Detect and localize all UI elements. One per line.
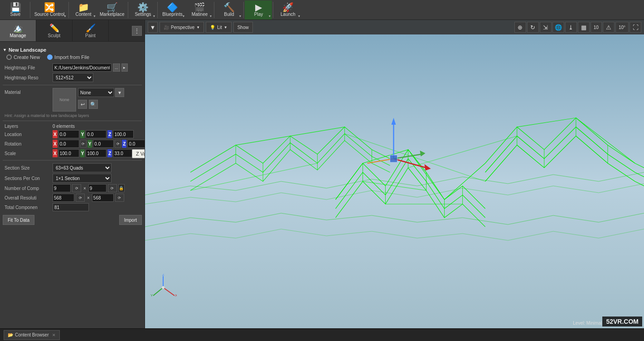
rotation-x-input[interactable] <box>58 140 79 148</box>
sections-per-comp-select[interactable]: 1×1 Section <box>53 174 111 183</box>
sculpt-tab[interactable]: ✏️ Sculpt <box>36 20 73 41</box>
num-comp-x-spin[interactable]: ⟳ <box>72 184 81 192</box>
fit-to-data-button[interactable]: Fit To Data <box>3 215 34 225</box>
play-button[interactable]: ▶ Play ▼ <box>245 0 272 19</box>
rotation-y-spin[interactable]: ⟳ <box>115 140 121 148</box>
total-comp-row: Total Componen <box>3 203 142 211</box>
z-label: Z <box>107 149 112 157</box>
build-button[interactable]: 🔨 Build ▼ <box>215 0 242 19</box>
main-layout: 🏔️ Manage ✏️ Sculpt 🖌️ Paint ⋮ ▼ New Lan… <box>0 20 644 328</box>
num-components-value: ⟳ × ⟳ 🔒 <box>53 184 142 192</box>
hint-text: Hint: Assign a material to see landscape… <box>5 113 142 118</box>
viewport-dropdown-button[interactable]: ▼ <box>148 22 158 33</box>
layers-row: Layers 0 elements <box>3 124 142 129</box>
matinee-icon: 🎬 <box>194 3 205 12</box>
settings-button[interactable]: ⚙️ Settings ▼ <box>129 0 156 19</box>
rotation-y-input[interactable] <box>93 140 114 148</box>
x-label: X <box>53 140 58 148</box>
separator <box>68 2 69 18</box>
location-x-input[interactable] <box>58 130 79 138</box>
x-label: X <box>53 130 58 138</box>
save-button[interactable]: 💾 Save <box>2 0 29 19</box>
import-button[interactable]: Import <box>119 215 142 225</box>
separator <box>214 2 214 18</box>
matinee-button[interactable]: 🎬 Matinee ▼ <box>186 0 213 19</box>
material-controls: None ▼ ↩ 🔍 <box>78 88 124 109</box>
close-icon[interactable]: ✕ <box>52 333 56 337</box>
material-dropdown-arrow[interactable]: ▼ <box>115 88 124 97</box>
perspective-button[interactable]: 🎥 Perspective ▼ <box>160 22 204 33</box>
separator <box>273 2 273 18</box>
rotate-icon-button[interactable]: ↻ <box>527 22 539 33</box>
overall-res-y-spin[interactable]: ⟳ <box>115 194 124 202</box>
num-comp-y-spin[interactable]: ⟳ <box>108 184 117 192</box>
rotation-z-input[interactable] <box>127 140 145 148</box>
manage-tab[interactable]: 🏔️ Manage <box>0 20 36 41</box>
scale-y-input[interactable] <box>86 149 107 157</box>
separator <box>157 2 158 18</box>
location-y-input[interactable] <box>86 130 107 138</box>
location-z-input[interactable] <box>113 130 134 138</box>
paint-tab[interactable]: 🖌️ Paint <box>73 20 109 41</box>
paint-icon: 🖌️ <box>86 23 96 33</box>
overall-res-y-input[interactable] <box>92 194 114 202</box>
overall-res-x-input[interactable] <box>53 194 74 202</box>
heightmap-res-row: Heightmap Reso 512×512 <box>3 73 142 82</box>
import-from-file-radio[interactable]: Import from File <box>47 54 89 60</box>
collapse-arrow[interactable]: ▼ <box>3 48 7 52</box>
launch-button[interactable]: 🚀 Launch ▼ <box>274 0 301 19</box>
location-row: Location X Y Z <box>3 130 142 138</box>
viewport[interactable]: ▼ 🎥 Perspective ▼ 💡 Lit ▼ Show ⊕ ↻ ⇲ 🌐 ⤓ <box>145 20 644 328</box>
section-size-row: Section Size 63×63 Quads <box>3 163 142 172</box>
material-reset-button[interactable]: ↩ <box>78 100 87 109</box>
num-comp-x-input[interactable] <box>53 184 71 192</box>
material-search-button[interactable]: 🔍 <box>89 100 98 109</box>
landscape-svg <box>145 34 644 328</box>
section-size-select[interactable]: 63×63 Quads <box>53 163 111 172</box>
svg-rect-37 <box>390 155 397 162</box>
transform-icon-button[interactable]: ⊕ <box>514 22 526 33</box>
num-comp-lock[interactable]: 🔒 <box>118 184 125 192</box>
svg-line-42 <box>153 287 163 296</box>
overall-res-row: Overall Resoluti ⟳ × ⟳ <box>3 194 142 202</box>
sections-per-comp-row: Sections Per Con 1×1 Section <box>3 174 142 183</box>
world-icon-button[interactable]: 🌐 <box>552 22 564 33</box>
lit-button[interactable]: 💡 Lit ▼ <box>206 22 231 33</box>
fit-import-row: Fit To Data Import <box>3 215 142 225</box>
content-browser-tab[interactable]: 📂 Content Browser ✕ <box>4 330 60 340</box>
rotation-x-spin[interactable]: ⟳ <box>80 140 87 148</box>
blueprints-button[interactable]: 🔷 Blueprints ▼ <box>159 0 186 19</box>
heightmap-res-select[interactable]: 512×512 <box>53 73 93 82</box>
surface-snapping-button[interactable]: ⤓ <box>565 22 577 33</box>
import-mode-group: Create New Import from File <box>6 54 142 60</box>
svg-line-40 <box>163 287 174 296</box>
dropdown-arrow: ▼ <box>93 15 96 18</box>
material-box: None None ▼ ↩ 🔍 <box>53 88 124 112</box>
separator <box>128 2 128 18</box>
material-select[interactable]: None <box>78 88 114 97</box>
panel-options-button[interactable]: ⋮ <box>132 26 142 36</box>
heightmap-browse-button[interactable]: ... <box>113 63 120 72</box>
scale-icon-button[interactable]: ⇲ <box>540 22 552 33</box>
create-new-radio[interactable]: Create New <box>6 54 40 60</box>
z-label: Z <box>107 130 112 138</box>
top-toolbar: 💾 Save 🔀 Source Control ▼ 📁 Content ▼ 🛒 … <box>0 0 644 20</box>
y-label: Y <box>87 140 92 148</box>
scale-z-input[interactable] <box>113 149 134 157</box>
grid-icon-button[interactable]: ▦ <box>578 22 590 33</box>
heightmap-file-input[interactable] <box>53 63 111 72</box>
manage-icon: 🏔️ <box>13 23 23 33</box>
show-button[interactable]: Show <box>233 22 253 33</box>
scale-x-input[interactable] <box>58 149 79 157</box>
content-button[interactable]: 📁 Content ▼ <box>70 0 97 19</box>
divider1 <box>3 85 142 85</box>
expand-icon-button[interactable]: ⛶ <box>629 22 641 33</box>
num-comp-y-input[interactable] <box>88 184 107 192</box>
overall-res-x-spin[interactable]: ⟳ <box>76 194 85 202</box>
marketplace-button[interactable]: 🛒 Marketplace <box>97 0 127 19</box>
source-control-button[interactable]: 🔀 Source Control ▼ <box>31 0 68 19</box>
warning-icon-button[interactable]: ⚠ <box>603 22 615 33</box>
source-control-icon: 🔀 <box>44 3 55 12</box>
x-label: X <box>53 149 58 157</box>
heightmap-extra-button[interactable]: ▸ <box>121 63 128 72</box>
